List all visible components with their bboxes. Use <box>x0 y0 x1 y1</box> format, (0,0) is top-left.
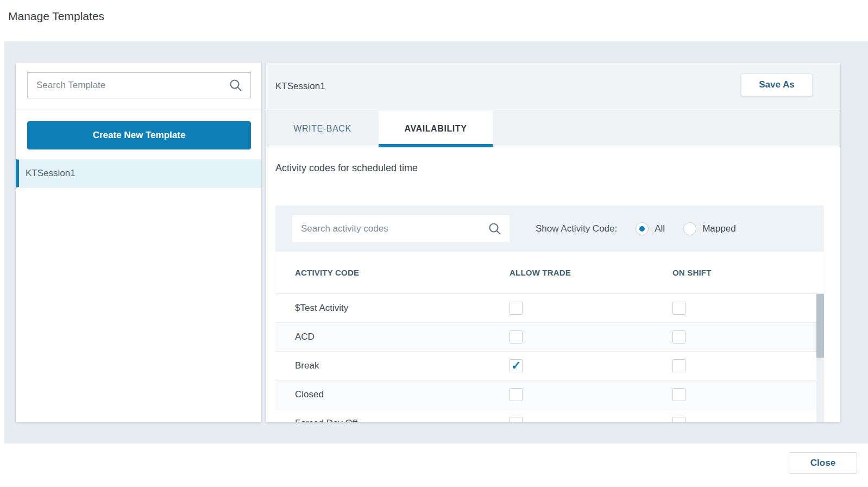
row-activity-code: ACD <box>295 323 315 351</box>
scrollbar-thumb[interactable] <box>816 294 824 358</box>
row-activity-code: $Test Activity <box>295 294 348 322</box>
on-shift-checkbox[interactable] <box>672 388 685 401</box>
template-search-section <box>16 63 261 109</box>
radio-option-label: Mapped <box>702 223 735 234</box>
filter-label: Show Activity Code: <box>536 223 617 234</box>
on-shift-checkbox[interactable] <box>672 302 685 315</box>
radio-option-all[interactable]: All <box>636 222 665 235</box>
radio-icon <box>683 222 696 235</box>
column-header-allow-trade: ALLOW TRADE <box>510 252 571 294</box>
search-template-input[interactable] <box>28 80 229 91</box>
table-row: ACD <box>275 323 824 352</box>
show-activity-code-filter: Show Activity Code: All Mapped <box>536 222 736 235</box>
row-activity-code: Closed <box>295 380 324 409</box>
template-detail-panel: KTSession1 Save As WRITE-BACK AVAILABILI… <box>266 63 840 422</box>
activity-codes-toolbar: Show Activity Code: All Mapped <box>275 205 824 252</box>
search-icon <box>229 78 243 92</box>
on-shift-checkbox[interactable] <box>672 417 685 422</box>
column-header-on-shift: ON SHIFT <box>672 252 712 294</box>
manage-templates-modal: Create New Template KTSession1 KTSession… <box>4 41 868 444</box>
section-heading: Activity codes for scheduled time <box>275 163 840 174</box>
table-scrollbar[interactable] <box>816 294 824 422</box>
template-detail-header: KTSession1 Save As <box>266 63 840 110</box>
allow-trade-checkbox[interactable] <box>510 359 523 372</box>
activity-search-box <box>292 215 510 242</box>
template-name-title: KTSession1 <box>275 81 325 92</box>
detail-tabs: WRITE-BACK AVAILABILITY <box>266 110 840 147</box>
radio-option-label: All <box>655 223 665 234</box>
create-new-template-button[interactable]: Create New Template <box>27 121 251 149</box>
template-search-box <box>27 72 251 98</box>
tab-write-back[interactable]: WRITE-BACK <box>266 110 379 147</box>
template-list: KTSession1 <box>16 159 261 188</box>
radio-option-mapped[interactable]: Mapped <box>683 222 735 235</box>
availability-tab-content: Activity codes for scheduled time <box>266 163 840 174</box>
table-row: $Test Activity <box>275 294 824 323</box>
page-title: Manage Templates <box>8 10 104 23</box>
search-activity-codes-input[interactable] <box>292 223 488 234</box>
column-header-activity-code: ACTIVITY CODE <box>295 252 359 294</box>
save-as-button[interactable]: Save As <box>741 73 813 96</box>
allow-trade-checkbox[interactable] <box>510 330 523 344</box>
table-body: $Test Activity ACD Break Closed Forced D… <box>275 294 824 422</box>
allow-trade-checkbox[interactable] <box>510 388 523 401</box>
row-activity-code: Break <box>295 352 319 380</box>
table-header-row: ACTIVITY CODE ALLOW TRADE ON SHIFT <box>275 252 824 294</box>
activity-codes-table: Show Activity Code: All Mapped ACTIVITY … <box>275 205 824 422</box>
close-button[interactable]: Close <box>789 452 857 474</box>
template-list-panel: Create New Template KTSession1 <box>16 63 261 422</box>
on-shift-checkbox[interactable] <box>672 359 685 372</box>
row-activity-code: Forced Day Off <box>295 409 357 422</box>
tab-availability[interactable]: AVAILABILITY <box>379 110 493 147</box>
allow-trade-checkbox[interactable] <box>510 302 523 315</box>
radio-group: All Mapped <box>617 222 735 235</box>
table-row: Closed <box>275 380 824 409</box>
allow-trade-checkbox[interactable] <box>510 417 523 422</box>
table-row: Forced Day Off <box>275 409 824 422</box>
template-list-item[interactable]: KTSession1 <box>16 159 261 188</box>
search-icon <box>488 222 502 236</box>
table-row: Break <box>275 352 824 380</box>
radio-icon <box>636 222 649 235</box>
on-shift-checkbox[interactable] <box>672 330 685 344</box>
manage-templates-screen: Manage Templates Create New Template KTS… <box>0 0 868 487</box>
